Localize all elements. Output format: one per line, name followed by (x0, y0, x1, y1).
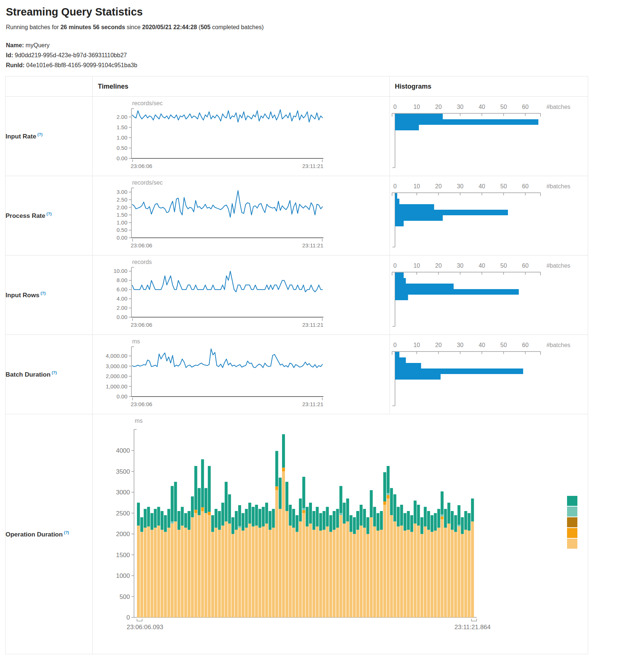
stacked-bar-segment-tan (367, 534, 370, 617)
stacked-bar-segment-teal (434, 513, 437, 530)
help-icon[interactable]: (?) (40, 291, 46, 295)
summary-duration: 26 minutes 56 seconds (61, 24, 125, 30)
y-axis-tick-label: 8.00 (117, 277, 127, 283)
stacked-bar-segment-teal (390, 488, 393, 515)
axis-tick-label: 50 (500, 104, 507, 110)
stacked-bar-segment-teal (326, 507, 329, 526)
y-axis-tick-label: 2.00 (117, 305, 127, 311)
y-axis-tick-label: 2.00 (117, 204, 127, 210)
stacked-bar-segment-tan (188, 529, 190, 617)
y-axis-tick-label: 6.00 (117, 286, 127, 292)
stacked-bar-segment-teal (437, 509, 440, 528)
stacked-bar-segment-tan (279, 509, 282, 617)
axis-tick-label: 0 (393, 104, 396, 110)
input-rate-histogram-bar (395, 114, 443, 119)
help-icon[interactable]: (?) (51, 370, 57, 375)
metric-label: Batch Duration (6, 371, 51, 378)
legend-swatch-3[interactable] (567, 528, 577, 538)
stacked-bar-segment-tan (457, 526, 460, 617)
timelines-header: Timelines (93, 76, 390, 97)
stacked-bar-segment-teal (380, 511, 383, 530)
stacked-bar-segment-teal (252, 507, 255, 526)
summary-batch-count: 505 (200, 24, 210, 30)
stacked-bar-segment-tan (417, 525, 420, 617)
help-icon[interactable]: (?) (45, 212, 52, 216)
stacked-bar-segment-tan (468, 531, 471, 617)
y-axis-tick-label: 3,000.00 (106, 363, 127, 369)
x-start-label: 23:06:06 (131, 163, 152, 169)
stacked-bar-segment-light-teal (238, 526, 241, 528)
stacked-bar-segment-teal (339, 486, 342, 513)
stacked-bar-segment-teal (427, 511, 430, 530)
running-batches-summary: Running batches for 26 minutes 56 second… (6, 24, 625, 31)
stacked-bar-segment-teal (323, 511, 326, 530)
stacked-bar-segment-tan (437, 528, 440, 617)
stacked-bar-segment-teal (350, 515, 353, 532)
input-rows-histogram-bar (395, 295, 408, 300)
stacked-bar-segment-tan (373, 526, 376, 617)
stacked-bar-segment-tan (343, 523, 346, 617)
stacked-bar-segment-teal (387, 466, 389, 493)
stacked-bar-segment-teal (383, 472, 386, 501)
stacked-bar-segment-teal (167, 509, 170, 528)
input-rows-timeline-chart: records10.008.006.004.002.000.0023:06:06… (93, 258, 388, 332)
process-rate-timeline-chart: records/sec3.002.502.001.501.000.500.002… (93, 179, 388, 253)
stacked-bar-segment-tan (255, 525, 258, 617)
stacked-bar-segment-teal (258, 509, 261, 528)
x-end-label: 23:11:21 (302, 401, 323, 407)
stacked-bar-segment-teal (329, 515, 332, 532)
stacked-bar-segment-teal (161, 511, 164, 530)
legend-swatch-0[interactable] (567, 496, 577, 506)
stacked-bar-segment-tan (319, 531, 322, 617)
stacked-bar-segment-teal (370, 490, 373, 517)
stacked-bar-segment-light-teal (387, 493, 389, 495)
stacked-bar-segment-tan (228, 523, 231, 617)
stacked-bar-segment-tan (353, 534, 356, 617)
stacked-bar-segment-teal (309, 503, 312, 524)
stacked-bar-segment-tan (299, 521, 302, 617)
input-rows-histogram-bar (395, 278, 406, 284)
stacked-bar-segment-teal (171, 486, 174, 521)
stacked-bar-segment-orange (275, 486, 278, 490)
stacked-bar-segment-tan (306, 526, 309, 617)
stacked-bar-segment-tan (269, 529, 272, 617)
process-rate-histogram-bar (395, 204, 434, 210)
stacked-bar-segment-tan (427, 529, 430, 617)
y-axis-tick-label: 0 (127, 614, 130, 621)
row-label-batch-duration: Batch Duration (?) (6, 335, 93, 414)
legend-swatch-4[interactable] (567, 539, 577, 549)
axis-tick-label: 40 (478, 104, 485, 110)
stacked-bar-segment-tan (339, 515, 342, 617)
stacked-bar-segment-teal (454, 515, 457, 532)
legend-swatch-2[interactable] (567, 517, 577, 527)
stacked-bar-segment-teal (373, 507, 376, 526)
stacked-bar-segment-teal (262, 507, 265, 526)
help-icon[interactable]: (?) (36, 132, 42, 137)
stacked-bar-segment-teal (367, 517, 370, 534)
stacked-bar-segment-teal (444, 509, 447, 528)
axis-tick-label: 30 (457, 263, 463, 269)
stacked-bar-segment-teal (447, 503, 450, 524)
stacked-bar-segment-teal (471, 498, 474, 521)
stacked-bar-segment-teal (238, 505, 241, 526)
stacked-bar-segment-teal (417, 505, 420, 526)
stacked-bar-segment-orange (387, 495, 389, 498)
stacked-bar-segment-tan (441, 519, 444, 617)
stacked-bar-segment-tan (444, 528, 447, 617)
legend-swatch-1[interactable] (567, 507, 577, 517)
stacked-bar-segment-teal (336, 509, 339, 528)
input-rate-histogram-cell: 0102030405060#batches (389, 97, 588, 176)
query-id-row: Id: 9d0dd219-995d-423e-b97d-36931110bb27 (6, 50, 625, 60)
name-value: myQuery (25, 42, 49, 48)
axis-tick-label: 40 (478, 183, 485, 189)
x-end-label: 23:11:21 (302, 322, 323, 328)
stacked-bar-segment-tan (282, 471, 285, 617)
stacked-bar-segment-teal (282, 434, 285, 467)
runid-value: 04e101e6-8bf8-4165-9099-9104c951ba3b (26, 62, 137, 68)
stacked-bar-segment-tan (211, 532, 214, 617)
y-axis-tick-label: 0.00 (117, 234, 127, 241)
stacked-bar-segment-teal (225, 481, 228, 521)
stacked-bar-segment-teal (407, 511, 410, 530)
help-icon[interactable]: (?) (63, 530, 69, 535)
batch-duration-histogram-bar (395, 357, 406, 363)
